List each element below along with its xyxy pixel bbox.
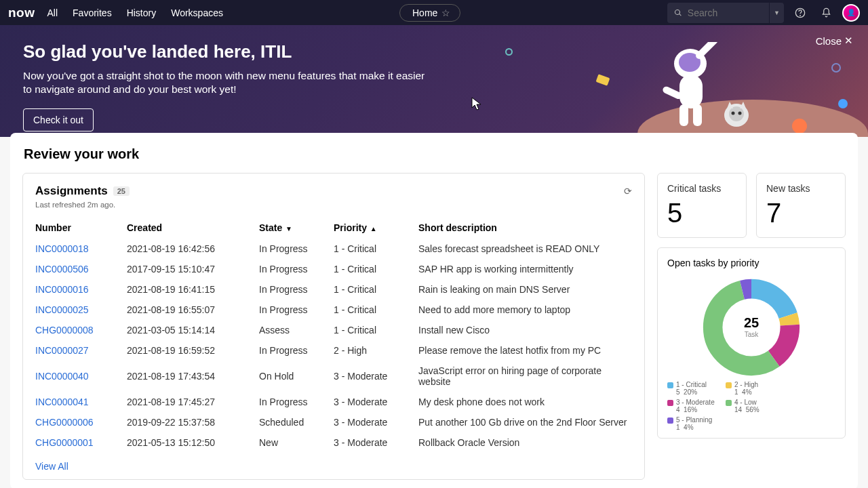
cell-desc: JavaScript error on hiring page of corpo… <box>418 361 632 392</box>
legend-item[interactable]: 5 - Planning1 4% <box>667 416 720 431</box>
col-state[interactable]: State ▼ <box>259 217 334 239</box>
cell-created: 2021-08-19 17:43:54 <box>127 361 259 392</box>
nav-history[interactable]: History <box>127 7 157 18</box>
cell-number[interactable]: CHG0000006 <box>35 412 127 432</box>
view-all-link[interactable]: View All <box>35 461 68 472</box>
legend-text: 1 - Critical5 20% <box>676 381 707 396</box>
table-row[interactable]: INC00005062017-09-15 15:10:47In Progress… <box>35 259 632 279</box>
table-row[interactable]: CHG00000062019-09-22 15:37:58Scheduled3 … <box>35 412 632 432</box>
cell-number[interactable]: CHG0000008 <box>35 320 127 340</box>
refresh-icon[interactable]: ⟳ <box>624 186 632 197</box>
close-icon: ✕ <box>844 35 853 47</box>
col-number[interactable]: Number <box>35 217 127 239</box>
cell-created: 2021-08-19 16:55:07 <box>127 300 259 320</box>
svg-point-13 <box>732 112 735 115</box>
table-row[interactable]: INC00000412021-08-19 17:45:27In Progress… <box>35 392 632 412</box>
cell-desc: Sales forecast spreadsheet is READ ONLY <box>418 239 632 259</box>
home-tab[interactable]: Home ☆ <box>399 4 460 22</box>
table-row[interactable]: INC00000252021-08-19 16:55:07In Progress… <box>35 300 632 320</box>
cell-number[interactable]: CHG0000001 <box>35 432 127 453</box>
logo[interactable]: now <box>8 5 35 20</box>
help-icon[interactable] <box>791 3 810 22</box>
cell-desc: Need to add more memory to laptop <box>418 300 632 320</box>
card-title: Review your work <box>10 146 858 173</box>
col-created[interactable]: Created <box>127 217 259 239</box>
nav-workspaces[interactable]: Workspaces <box>171 7 223 18</box>
svg-rect-7 <box>679 104 688 126</box>
legend-text: 4 - Low14 56% <box>734 399 760 413</box>
legend-swatch <box>726 400 732 406</box>
cell-number[interactable]: INC0000506 <box>35 259 127 279</box>
cell-number[interactable]: INC0000040 <box>35 361 127 392</box>
svg-point-10 <box>729 106 744 121</box>
cell-created: 2019-09-22 15:37:58 <box>127 412 259 432</box>
legend-text: 2 - High1 4% <box>734 381 758 396</box>
donut-total: 25 <box>744 315 759 331</box>
cell-priority: 1 - Critical <box>334 279 418 300</box>
chart-title: Open tasks by priority <box>667 258 835 268</box>
cell-number[interactable]: INC0000025 <box>35 300 127 320</box>
new-value: 7 <box>766 199 835 226</box>
table-row[interactable]: CHG00000082021-03-05 15:14:14Assess1 - C… <box>35 320 632 340</box>
assignments-title: Assignments <box>35 184 108 198</box>
cell-number[interactable]: INC0000018 <box>35 239 127 259</box>
search-dropdown[interactable]: ▼ <box>769 3 784 23</box>
check-it-out-button[interactable]: Check it out <box>23 108 94 131</box>
cell-state: In Progress <box>259 300 334 320</box>
cell-number[interactable]: INC0000027 <box>35 340 127 361</box>
avatar[interactable]: 👤 <box>842 4 860 22</box>
cell-state: In Progress <box>259 239 334 259</box>
cell-number[interactable]: INC0000016 <box>35 279 127 300</box>
nav-favorites[interactable]: Favorites <box>73 7 112 18</box>
assignments-panel: Assignments 25 ⟳ Last refreshed 2m ago. … <box>22 173 645 480</box>
cell-priority: 1 - Critical <box>334 320 418 340</box>
legend-item[interactable]: 2 - High1 4% <box>726 381 778 396</box>
bell-icon[interactable] <box>816 3 835 22</box>
table-row[interactable]: INC00000162021-08-19 16:41:15In Progress… <box>35 279 632 300</box>
nav-all[interactable]: All <box>47 7 58 18</box>
legend-item[interactable]: 4 - Low14 56% <box>726 399 778 413</box>
banner-body: Now you've got a straight shot to the mo… <box>23 69 430 96</box>
cell-priority: 2 - High <box>334 340 418 361</box>
search-input[interactable] <box>688 7 762 18</box>
legend-swatch <box>726 382 732 388</box>
star-icon[interactable]: ☆ <box>441 7 450 18</box>
chart-legend: 1 - Critical5 20%2 - High1 4%3 - Moderat… <box>667 381 835 434</box>
cell-desc: Put another 100 Gb drive on the 2nd Floo… <box>418 412 632 432</box>
table-row[interactable]: INC00000182021-08-19 16:42:56In Progress… <box>35 239 632 259</box>
donut-chart[interactable]: 25 Task <box>701 277 802 378</box>
table-row[interactable]: INC00000272021-08-19 16:59:52In Progress… <box>35 340 632 361</box>
legend-text: 5 - Planning1 4% <box>676 416 712 431</box>
review-card: Review your work Assignments 25 ⟳ Last r… <box>10 133 858 488</box>
sort-up-icon: ▲ <box>368 225 377 232</box>
cell-created: 2021-08-19 16:42:56 <box>127 239 259 259</box>
legend-item[interactable]: 1 - Critical5 20% <box>667 381 720 396</box>
cell-state: Scheduled <box>259 412 334 432</box>
svg-point-14 <box>738 112 742 115</box>
search-box[interactable] <box>667 3 769 23</box>
svg-point-1 <box>800 15 801 16</box>
legend-item[interactable]: 3 - Moderate4 16% <box>667 399 720 413</box>
nav-links: All Favorites History Workspaces <box>47 7 223 18</box>
cell-number[interactable]: INC0000041 <box>35 392 127 412</box>
cat-icon <box>720 102 753 131</box>
svg-rect-4 <box>679 75 703 108</box>
planet3-icon <box>831 63 841 73</box>
cell-priority: 3 - Moderate <box>334 392 418 412</box>
legend-swatch <box>667 400 673 406</box>
critical-tasks-stat[interactable]: Critical tasks 5 <box>657 173 747 238</box>
legend-swatch <box>667 418 673 424</box>
cell-state: On Hold <box>259 361 334 392</box>
close-banner[interactable]: Close✕ <box>816 35 853 47</box>
table-row[interactable]: CHG00000012021-05-13 15:12:50New3 - Mode… <box>35 432 632 453</box>
col-desc[interactable]: Short description <box>418 217 632 239</box>
new-tasks-stat[interactable]: New tasks 7 <box>756 173 846 238</box>
col-priority[interactable]: Priority ▲ <box>334 217 418 239</box>
assignments-count-badge: 25 <box>113 186 130 196</box>
cell-state: Assess <box>259 320 334 340</box>
cell-state: In Progress <box>259 340 334 361</box>
cell-priority: 1 - Critical <box>334 239 418 259</box>
search-icon <box>674 8 682 18</box>
table-row[interactable]: INC00000402021-08-19 17:43:54On Hold3 - … <box>35 361 632 392</box>
cell-priority: 1 - Critical <box>334 259 418 279</box>
